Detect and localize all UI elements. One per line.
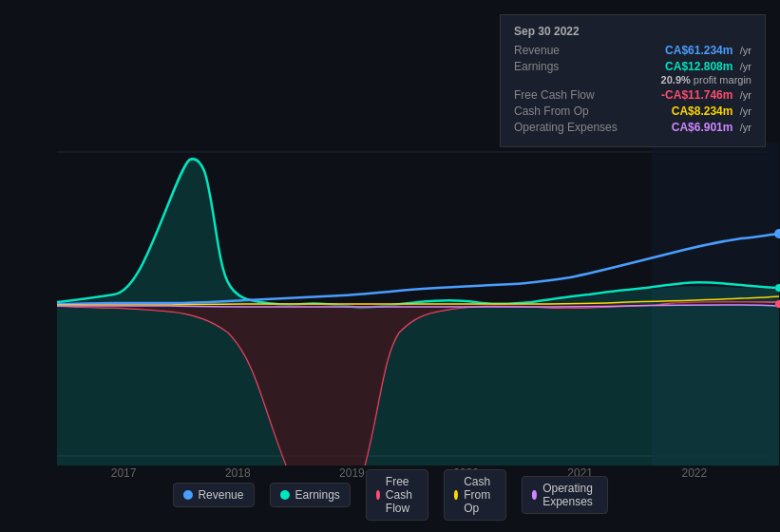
legend-revenue-label: Revenue xyxy=(198,488,243,502)
tooltip-card: Sep 30 2022 Revenue CA$61.234m /yr Earni… xyxy=(500,14,766,147)
legend-cashfromop[interactable]: Cash From Op xyxy=(444,469,506,521)
legend-opex-label: Operating Expenses xyxy=(542,482,597,508)
tooltip-date: Sep 30 2022 xyxy=(514,25,751,38)
legend-opex[interactable]: Operating Expenses xyxy=(522,476,608,514)
chart-svg xyxy=(0,142,780,466)
opex-label: Operating Expenses xyxy=(514,121,618,134)
fcf-value: -CA$11.746m /yr xyxy=(661,88,751,102)
chart-container: Sep 30 2022 Revenue CA$61.234m /yr Earni… xyxy=(0,0,780,532)
tooltip-row-earnings: Earnings CA$12.808m /yr xyxy=(514,60,751,73)
profit-margin-row: 20.9% profit margin xyxy=(514,74,751,86)
tooltip-row-cashfromop: Cash From Op CA$8.234m /yr xyxy=(514,104,751,118)
earnings-value: CA$12.808m /yr xyxy=(665,60,751,73)
cashfromop-dot xyxy=(454,490,458,500)
legend: Revenue Earnings Free Cash Flow Cash Fro… xyxy=(172,469,607,521)
chart-area xyxy=(0,142,780,466)
tooltip-row-revenue: Revenue CA$61.234m /yr xyxy=(514,44,751,57)
x-label-2017: 2017 xyxy=(111,466,137,480)
revenue-value: CA$61.234m /yr xyxy=(665,44,751,57)
legend-earnings[interactable]: Earnings xyxy=(269,483,350,507)
fcf-label: Free Cash Flow xyxy=(514,88,595,102)
legend-cashfromop-label: Cash From Op xyxy=(464,475,496,515)
legend-fcf[interactable]: Free Cash Flow xyxy=(366,469,428,521)
legend-fcf-label: Free Cash Flow xyxy=(386,475,418,515)
cashfromop-label: Cash From Op xyxy=(514,104,589,118)
legend-earnings-label: Earnings xyxy=(295,488,339,502)
tooltip-row-fcf: Free Cash Flow -CA$11.746m /yr xyxy=(514,88,751,102)
legend-revenue[interactable]: Revenue xyxy=(172,483,254,507)
revenue-dot xyxy=(182,490,192,500)
revenue-label: Revenue xyxy=(514,44,560,57)
tooltip-row-opex: Operating Expenses CA$6.901m /yr xyxy=(514,121,751,134)
x-label-2022: 2022 xyxy=(682,466,708,480)
cashfromop-value: CA$8.234m /yr xyxy=(672,104,751,118)
opex-dot xyxy=(532,490,537,500)
earnings-dot xyxy=(279,490,289,500)
profit-margin-text: 20.9% profit margin xyxy=(661,74,751,86)
earnings-label: Earnings xyxy=(514,60,559,73)
opex-value: CA$6.901m /yr xyxy=(672,121,751,134)
fcf-dot xyxy=(376,490,380,500)
